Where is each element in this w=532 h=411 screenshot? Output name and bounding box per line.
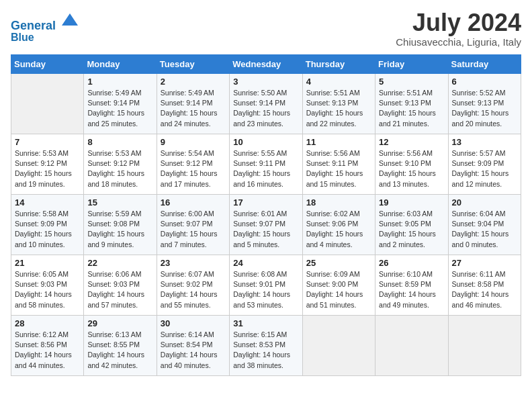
weekday-wednesday: Wednesday [230,55,302,74]
day-number: 29 [87,318,152,328]
calendar-cell [11,74,84,134]
logo-icon [60,11,79,30]
weekday-friday: Friday [375,55,448,74]
day-info: Sunrise: 6:15 AM Sunset: 8:53 PM Dayligh… [233,330,298,371]
logo-blue: Blue [11,32,34,43]
weekday-monday: Monday [84,55,157,74]
day-info: Sunrise: 5:56 AM Sunset: 9:10 PM Dayligh… [379,148,444,189]
day-info: Sunrise: 5:53 AM Sunset: 9:12 PM Dayligh… [87,148,152,189]
page-header: General Blue July 2024 Chiusavecchia, Li… [11,11,521,48]
day-info: Sunrise: 6:14 AM Sunset: 8:54 PM Dayligh… [161,330,226,371]
day-number: 4 [306,77,371,87]
day-number: 23 [161,258,226,268]
day-info: Sunrise: 5:59 AM Sunset: 9:08 PM Dayligh… [87,209,152,250]
day-number: 15 [87,197,152,208]
day-info: Sunrise: 5:56 AM Sunset: 9:11 PM Dayligh… [306,148,371,189]
day-number: 25 [306,258,371,268]
calendar-header: SundayMondayTuesdayWednesdayThursdayFrid… [11,55,521,74]
day-info: Sunrise: 6:09 AM Sunset: 9:00 PM Dayligh… [306,269,371,310]
calendar-cell: 13Sunrise: 5:57 AM Sunset: 9:09 PM Dayli… [448,134,521,195]
day-info: Sunrise: 6:08 AM Sunset: 9:01 PM Dayligh… [233,269,298,310]
day-info: Sunrise: 6:12 AM Sunset: 8:56 PM Dayligh… [15,330,80,371]
calendar-cell: 12Sunrise: 5:56 AM Sunset: 9:10 PM Dayli… [375,134,448,195]
calendar-cell [448,316,521,376]
day-info: Sunrise: 5:53 AM Sunset: 9:12 PM Dayligh… [15,148,80,189]
calendar-week-1: 1Sunrise: 5:49 AM Sunset: 9:14 PM Daylig… [11,74,521,134]
day-number: 20 [452,197,517,208]
month-title: July 2024 [396,11,521,35]
day-number: 17 [233,197,298,208]
calendar-cell: 2Sunrise: 5:49 AM Sunset: 9:14 PM Daylig… [157,74,229,134]
day-number: 3 [233,77,298,87]
day-number: 18 [306,197,371,208]
day-info: Sunrise: 5:58 AM Sunset: 9:09 PM Dayligh… [15,209,80,250]
day-number: 27 [452,258,517,268]
day-info: Sunrise: 6:02 AM Sunset: 9:06 PM Dayligh… [306,209,371,250]
calendar-cell: 3Sunrise: 5:50 AM Sunset: 9:14 PM Daylig… [230,74,302,134]
calendar-week-5: 28Sunrise: 6:12 AM Sunset: 8:56 PM Dayli… [11,316,521,376]
day-info: Sunrise: 6:07 AM Sunset: 9:02 PM Dayligh… [161,269,226,310]
day-info: Sunrise: 6:11 AM Sunset: 8:58 PM Dayligh… [452,269,517,310]
weekday-sunday: Sunday [11,55,84,74]
calendar-week-2: 7Sunrise: 5:53 AM Sunset: 9:12 PM Daylig… [11,134,521,195]
day-info: Sunrise: 5:52 AM Sunset: 9:13 PM Dayligh… [452,88,517,129]
calendar-cell: 8Sunrise: 5:53 AM Sunset: 9:12 PM Daylig… [84,134,157,195]
calendar-cell: 4Sunrise: 5:51 AM Sunset: 9:13 PM Daylig… [302,74,375,134]
calendar-cell: 14Sunrise: 5:58 AM Sunset: 9:09 PM Dayli… [11,195,84,255]
calendar-cell: 20Sunrise: 6:04 AM Sunset: 9:04 PM Dayli… [448,195,521,255]
day-number: 19 [379,197,444,208]
calendar-cell: 18Sunrise: 6:02 AM Sunset: 9:06 PM Dayli… [302,195,375,255]
day-number: 10 [233,137,298,147]
day-info: Sunrise: 6:10 AM Sunset: 8:59 PM Dayligh… [379,269,444,310]
logo: General Blue [11,11,79,43]
day-info: Sunrise: 5:49 AM Sunset: 9:14 PM Dayligh… [161,88,226,129]
calendar-cell: 15Sunrise: 5:59 AM Sunset: 9:08 PM Dayli… [84,195,157,255]
day-info: Sunrise: 6:01 AM Sunset: 9:07 PM Dayligh… [233,209,298,250]
day-info: Sunrise: 6:00 AM Sunset: 9:07 PM Dayligh… [161,209,226,250]
logo-general: General [11,19,56,32]
calendar-cell: 25Sunrise: 6:09 AM Sunset: 9:00 PM Dayli… [302,255,375,316]
day-info: Sunrise: 5:57 AM Sunset: 9:09 PM Dayligh… [452,148,517,189]
day-number: 28 [15,318,80,328]
calendar-cell: 6Sunrise: 5:52 AM Sunset: 9:13 PM Daylig… [448,74,521,134]
day-number: 5 [379,77,444,87]
weekday-saturday: Saturday [448,55,521,74]
day-number: 2 [161,77,226,87]
calendar-cell: 22Sunrise: 6:06 AM Sunset: 9:03 PM Dayli… [84,255,157,316]
weekday-tuesday: Tuesday [157,55,229,74]
day-number: 1 [87,77,152,87]
calendar-cell: 11Sunrise: 5:56 AM Sunset: 9:11 PM Dayli… [302,134,375,195]
title-block: July 2024 Chiusavecchia, Liguria, Italy [396,11,521,48]
weekday-header-row: SundayMondayTuesdayWednesdayThursdayFrid… [11,55,521,74]
weekday-thursday: Thursday [302,55,375,74]
calendar-body: 1Sunrise: 5:49 AM Sunset: 9:14 PM Daylig… [11,74,521,376]
day-info: Sunrise: 5:51 AM Sunset: 9:13 PM Dayligh… [306,88,371,129]
calendar-cell: 17Sunrise: 6:01 AM Sunset: 9:07 PM Dayli… [230,195,302,255]
day-number: 30 [161,318,226,328]
day-info: Sunrise: 5:51 AM Sunset: 9:13 PM Dayligh… [379,88,444,129]
calendar-cell: 26Sunrise: 6:10 AM Sunset: 8:59 PM Dayli… [375,255,448,316]
calendar-cell: 19Sunrise: 6:03 AM Sunset: 9:05 PM Dayli… [375,195,448,255]
calendar-cell: 16Sunrise: 6:00 AM Sunset: 9:07 PM Dayli… [157,195,229,255]
calendar-cell: 1Sunrise: 5:49 AM Sunset: 9:14 PM Daylig… [84,74,157,134]
day-number: 12 [379,137,444,147]
day-number: 6 [452,77,517,87]
day-info: Sunrise: 5:49 AM Sunset: 9:14 PM Dayligh… [87,88,152,129]
calendar-cell: 23Sunrise: 6:07 AM Sunset: 9:02 PM Dayli… [157,255,229,316]
calendar-cell: 9Sunrise: 5:54 AM Sunset: 9:12 PM Daylig… [157,134,229,195]
day-number: 22 [87,258,152,268]
calendar-cell: 27Sunrise: 6:11 AM Sunset: 8:58 PM Dayli… [448,255,521,316]
day-number: 11 [306,137,371,147]
calendar-cell: 7Sunrise: 5:53 AM Sunset: 9:12 PM Daylig… [11,134,84,195]
calendar-cell: 10Sunrise: 5:55 AM Sunset: 9:11 PM Dayli… [230,134,302,195]
calendar-cell [375,316,448,376]
calendar-cell: 29Sunrise: 6:13 AM Sunset: 8:55 PM Dayli… [84,316,157,376]
calendar-cell: 5Sunrise: 5:51 AM Sunset: 9:13 PM Daylig… [375,74,448,134]
day-info: Sunrise: 5:55 AM Sunset: 9:11 PM Dayligh… [233,148,298,189]
svg-marker-0 [62,13,78,26]
day-number: 13 [452,137,517,147]
calendar-cell: 21Sunrise: 6:05 AM Sunset: 9:03 PM Dayli… [11,255,84,316]
day-number: 16 [161,197,226,208]
calendar-cell: 28Sunrise: 6:12 AM Sunset: 8:56 PM Dayli… [11,316,84,376]
day-info: Sunrise: 6:04 AM Sunset: 9:04 PM Dayligh… [452,209,517,250]
